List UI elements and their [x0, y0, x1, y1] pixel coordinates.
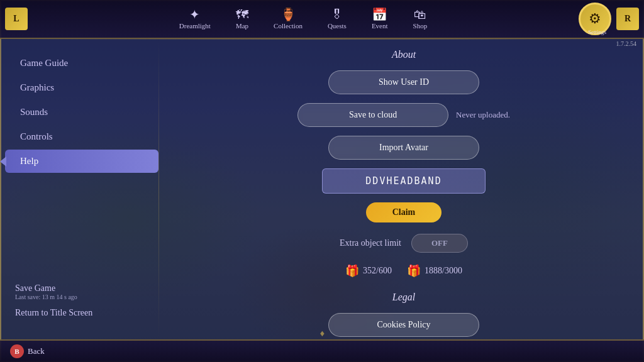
nav-event-label: Event — [372, 22, 388, 30]
nav-quests[interactable]: 🎖 Quests — [315, 6, 359, 32]
nav-shop-label: Shop — [413, 22, 428, 30]
stat-item-2: 🎁 1888/3000 — [407, 264, 462, 278]
sidebar-item-controls[interactable]: Controls — [5, 125, 158, 148]
stat1-value: 352/600 — [363, 266, 392, 276]
nav-quests-label: Quests — [328, 22, 347, 30]
event-icon: 📅 — [372, 8, 387, 21]
corner-left-btn[interactable]: L — [5, 8, 28, 30]
stat2-value: 1888/3000 — [425, 266, 462, 276]
quests-icon: 🎖 — [331, 8, 343, 21]
sidebar-item-return-title[interactable]: Return to Title Screen — [0, 304, 164, 322]
dreamlight-icon: ✦ — [189, 8, 200, 21]
back-button[interactable]: B Back — [10, 344, 45, 358]
main-panel: About Show User ID Save to cloud Never u… — [164, 39, 644, 339]
code-field[interactable]: DDVHEADBAND — [322, 168, 486, 194]
extra-limit-toggle[interactable]: OFF — [411, 234, 468, 253]
claim-button[interactable]: Claim — [366, 202, 441, 222]
cookies-policy-button[interactable]: Cookies Policy — [328, 313, 479, 337]
nav-collection-label: Collection — [274, 22, 303, 30]
save-row: Save to cloud Never uploaded. — [189, 103, 619, 127]
sidebar-item-save-game[interactable]: Save Game Last save: 13 m 14 s ago — [0, 280, 164, 304]
sidebar-item-graphics[interactable]: Graphics — [5, 76, 158, 99]
stats-row: 🎁 352/600 🎁 1888/3000 — [189, 264, 619, 278]
about-title: About — [189, 49, 619, 60]
sidebar-item-help[interactable]: Help — [5, 150, 158, 173]
top-border-line — [0, 39, 644, 40]
show-user-id-button[interactable]: Show User ID — [328, 70, 479, 94]
left-border — [158, 39, 159, 339]
nav-map[interactable]: 🗺 Map — [223, 6, 261, 32]
content-area: Game Guide Graphics Sounds Controls Help… — [0, 39, 644, 339]
nav-dreamlight[interactable]: ✦ Dreamlight — [167, 6, 223, 32]
bottom-bar: B Back — [0, 339, 644, 362]
nav-map-label: Map — [236, 22, 248, 30]
bottom-ornament: ⬧ — [319, 326, 326, 339]
corner-right-btn[interactable]: R — [616, 8, 639, 30]
save-to-cloud-button[interactable]: Save to cloud — [297, 103, 448, 127]
sidebar-divider — [0, 174, 164, 273]
nav-collection[interactable]: 🏺 Collection — [261, 6, 315, 32]
nav-dreamlight-label: Dreamlight — [179, 22, 211, 30]
sidebar: Game Guide Graphics Sounds Controls Help… — [0, 39, 164, 339]
back-label: Back — [28, 346, 45, 356]
sidebar-item-sounds[interactable]: Sounds — [5, 101, 158, 124]
settings-label: Settings — [588, 29, 606, 35]
map-icon: 🗺 — [236, 8, 248, 21]
nav-items: ✦ Dreamlight 🗺 Map 🏺 Collection 🎖 Quests… — [28, 6, 579, 32]
settings-icon: ⚙ — [589, 11, 601, 27]
stat2-icon: 🎁 — [407, 264, 421, 278]
extra-limit-label: Extra object limit — [340, 238, 401, 248]
stat1-icon: 🎁 — [345, 264, 359, 278]
version-label: 1.7.2.54 — [616, 40, 637, 47]
nav-shop[interactable]: 🛍 Shop — [401, 6, 440, 32]
sidebar-bottom: Save Game Last save: 13 m 14 s ago Retur… — [0, 275, 164, 327]
import-avatar-button[interactable]: Import Avatar — [328, 136, 479, 160]
collection-icon: 🏺 — [280, 8, 296, 21]
nav-event[interactable]: 📅 Event — [359, 6, 401, 32]
top-nav: L ✦ Dreamlight 🗺 Map 🏺 Collection 🎖 Ques… — [0, 0, 644, 39]
stat-item-1: 🎁 352/600 — [345, 264, 392, 278]
b-circle: B — [10, 344, 24, 358]
sidebar-item-game-guide[interactable]: Game Guide — [5, 52, 158, 75]
legal-title: Legal — [189, 292, 619, 303]
extra-limit-row: Extra object limit OFF — [189, 234, 619, 253]
shop-icon: 🛍 — [414, 8, 426, 21]
never-uploaded-label: Never uploaded. — [456, 110, 510, 120]
